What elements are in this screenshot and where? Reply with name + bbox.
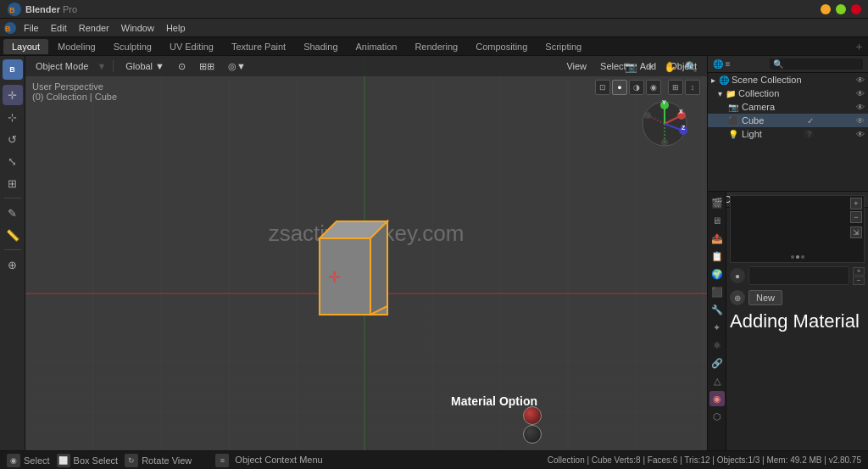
minimize-button[interactable] (821, 4, 831, 14)
tool-cursor[interactable]: ✛ (3, 85, 23, 105)
collection-label: Collection (738, 88, 779, 98)
shading-material-btn[interactable]: ◑ (629, 80, 644, 95)
tool-transform[interactable]: ⊞ (3, 173, 23, 193)
outliner-collection[interactable]: ▾ 📁 Collection 👁 (708, 87, 868, 100)
sun-icon[interactable]: ☀ (643, 59, 658, 75)
tab-animation[interactable]: Animation (348, 39, 406, 54)
menu-render[interactable]: Render (74, 21, 114, 35)
menu-help[interactable]: Help (161, 21, 191, 35)
close-button[interactable] (851, 4, 861, 14)
prop-icon-shader[interactable]: ⬡ (709, 409, 725, 424)
prop-icon-scene[interactable]: 🎬 (709, 195, 725, 210)
outliner-camera-item[interactable]: 📷 Camera 👁 (708, 100, 868, 114)
tab-scripting[interactable]: Scripting (537, 39, 590, 54)
preview-plus-btn[interactable]: + (850, 198, 862, 209)
tool-rotate[interactable]: ↺ (3, 129, 23, 149)
outliner-scene-collection[interactable]: ▸ 🌐 Scene Collection 👁 (708, 73, 868, 87)
dot1 (791, 255, 794, 259)
material-sphere-icon[interactable]: ● (730, 268, 745, 283)
preview-minus-btn[interactable]: − (850, 211, 862, 223)
main-layout: B ✛ ⊹ ↺ ⤡ ⊞ ✎ 📏 ⊕ (0, 56, 868, 450)
material-new-button[interactable]: New (748, 290, 782, 305)
scene-collection-eye[interactable]: 👁 (856, 75, 865, 85)
prop-icon-data[interactable]: △ (709, 373, 725, 388)
menu-file[interactable]: File (19, 21, 44, 35)
svg-point-39 (661, 139, 668, 146)
status-bar-left: ◉ Select ⬜ Box Select ↻ Rotate View ≡ Ob… (7, 454, 323, 467)
material-list-area[interactable] (748, 266, 849, 285)
mode-selector[interactable]: B (3, 59, 23, 80)
menu-edit[interactable]: Edit (46, 21, 72, 35)
tab-rendering[interactable]: Rendering (406, 39, 466, 54)
shading-wireframe-btn[interactable]: ⊡ (595, 80, 610, 95)
viewport-snap[interactable]: ⊞⊞ (194, 59, 220, 74)
viewport-header: Object Mode ▼ Global ▼ ⊙ ⊞⊞ ◎▼ View Sele… (25, 56, 707, 76)
cube-3d-object[interactable]: ✛ (277, 213, 387, 315)
status-box-select: ⬜ Box Select (57, 454, 119, 467)
prop-icon-world[interactable]: 🌍 (709, 266, 725, 282)
camera-item-icon: 📷 (728, 103, 738, 112)
context-menu-label: Object Context Menu (235, 455, 322, 465)
add-slot-btn[interactable]: + (853, 267, 865, 276)
maximize-button[interactable] (836, 4, 846, 14)
hand-icon[interactable]: ✋ (661, 59, 679, 75)
tab-modeling[interactable]: Modeling (49, 39, 104, 54)
viewport-pivot[interactable]: ⊙ (173, 59, 191, 74)
camera-icon[interactable]: 📷 (622, 59, 640, 75)
shading-buttons: ⊡ ● ◑ ◉ ⊞ ↕ (595, 80, 700, 95)
prop-icon-object[interactable]: ⬛ (709, 284, 725, 299)
light-eye[interactable]: 👁 (856, 130, 865, 139)
material-option-sphere-icon[interactable] (523, 406, 542, 425)
tool-scale[interactable]: ⤡ (3, 151, 23, 171)
shading-solid-btn[interactable]: ● (612, 80, 627, 95)
prop-icon-output[interactable]: 📤 (709, 231, 725, 246)
add-workspace-btn[interactable]: ＋ (854, 39, 865, 54)
preview-expand-btn[interactable]: ⇲ (850, 226, 862, 238)
prop-icon-material[interactable]: ◉ (709, 391, 725, 406)
remove-slot-btn[interactable]: − (853, 276, 865, 285)
prop-icon-physics[interactable]: ⚛ (709, 338, 725, 353)
gizmo-btn[interactable]: ↕ (685, 80, 700, 95)
menu-window[interactable]: Window (116, 21, 159, 35)
prop-icon-modifier[interactable]: 🔧 (709, 302, 725, 317)
outliner-cube-item[interactable]: ⬛ Cube ✓ 👁 (708, 114, 868, 127)
cube-eye[interactable]: 👁 (856, 116, 865, 126)
title-bar-controls[interactable] (821, 4, 861, 14)
material-preview: + − ⇲ (730, 195, 865, 263)
viewport-view-item[interactable]: View (561, 59, 592, 73)
viewport-mode-selector[interactable]: Object Mode (31, 59, 93, 73)
cube-visibility-check[interactable]: ✓ (807, 116, 814, 126)
prop-icon-constraints[interactable]: 🔗 (709, 355, 725, 371)
prop-icon-view-layer[interactable]: 📋 (709, 248, 725, 264)
tab-uv-editing[interactable]: UV Editing (161, 39, 222, 54)
tab-layout[interactable]: Layout (3, 39, 48, 54)
material-option-sphere2-icon[interactable] (523, 425, 542, 444)
prop-icon-render[interactable]: 🖥 (709, 213, 725, 228)
viewport-proportional[interactable]: ◎▼ (223, 59, 251, 74)
tool-move[interactable]: ⊹ (3, 107, 23, 127)
zoom-icon[interactable]: 🔍 (682, 59, 700, 75)
tab-texture-paint[interactable]: Texture Paint (223, 39, 294, 54)
outliner-search-input[interactable] (770, 59, 863, 70)
collection-eye[interactable]: 👁 (856, 89, 865, 98)
navigation-gizmo[interactable]: X Y Z (639, 98, 690, 149)
outliner-light-item[interactable]: 💡 Light ? 👁 (708, 127, 868, 141)
header-divider (113, 60, 114, 72)
tool-measure[interactable]: 📏 (3, 225, 23, 245)
tab-shading[interactable]: Shading (295, 39, 346, 54)
tab-compositing[interactable]: Compositing (467, 39, 536, 54)
outliner-icon-scene[interactable]: 🌐 (713, 59, 723, 69)
tool-annotate[interactable]: ✎ (3, 203, 23, 223)
overlay-btn[interactable]: ⊞ (668, 80, 683, 95)
outliner-icon-filter[interactable]: ≡ (726, 59, 731, 69)
viewport-global-selector[interactable]: Global ▼ (120, 59, 170, 73)
camera-eye[interactable]: 👁 (856, 103, 865, 112)
viewport-3d[interactable]: Object Mode ▼ Global ▼ ⊙ ⊞⊞ ◎▼ View Sele… (25, 56, 707, 450)
shading-rendered-btn[interactable]: ◉ (646, 80, 661, 95)
tool-add[interactable]: ⊕ (3, 254, 23, 275)
material-new-row: ⊕ New (730, 290, 865, 305)
light-info-btn[interactable]: ? (804, 129, 814, 139)
prop-icon-particles[interactable]: ✦ (709, 320, 725, 335)
tab-sculpting[interactable]: Sculpting (105, 39, 160, 54)
material-icon-btn[interactable]: ⊕ (730, 290, 745, 305)
